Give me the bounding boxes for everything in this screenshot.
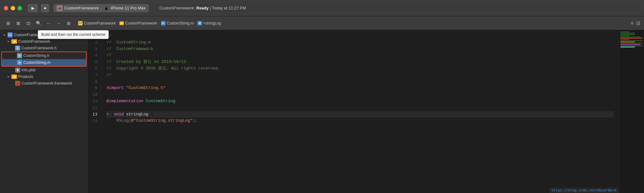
ln-3: 3	[88, 46, 100, 52]
grid-icon[interactable]: ⊞	[64, 19, 73, 28]
maximize-button[interactable]	[18, 6, 22, 10]
code-line-8	[106, 79, 614, 85]
ln-6: 6	[88, 65, 100, 72]
minimap-blank-2	[620, 43, 643, 44]
code-line-6: // Copyright © 2019 曾云. All rights reser…	[106, 65, 614, 72]
status-suffix: | Today at 11:27 PM	[209, 6, 246, 10]
breadcrumb-file-label: CustomString.m	[167, 21, 194, 25]
minimap-line-9	[620, 41, 635, 42]
line-numbers: 1 2 3 4 5 6 7 8 9 10 11 12 13 14	[88, 30, 101, 193]
sidebar-label-framework: CustomFramework.framework	[21, 81, 72, 85]
status-prefix: CustomFramework:	[159, 6, 196, 10]
code-line-9: #import "CustomString.h"	[106, 85, 614, 91]
breadcrumb-folder-label: CustomFramework	[125, 21, 157, 25]
code-line-7: //	[106, 72, 614, 79]
breadcrumb-item-folder[interactable]: 📁 CustomFramework	[119, 21, 157, 25]
code-editor: 1 2 3 4 5 6 7 8 9 10 11 12 13 14 // // C…	[88, 30, 644, 193]
m-icon-customstring: m	[17, 60, 22, 65]
triangle-folder	[6, 40, 10, 43]
breadcrumb-item-method[interactable]: M +stringLog	[198, 21, 221, 25]
code-lines[interactable]: // // CustomString.m // CustomFramework …	[101, 30, 619, 193]
device-icon: 📱	[104, 6, 109, 10]
ln-11: 11	[88, 98, 100, 105]
sidebar-item-info-plist[interactable]: 📋 Info.plist	[0, 67, 88, 74]
breakpoint-icon[interactable]: ⊠	[14, 19, 23, 28]
sidebar-item-products[interactable]: 📁 Products	[0, 74, 88, 80]
scheme-selector[interactable]: 🧰 CustomFramework › 📱 iPhone 11 Pro Max	[54, 4, 149, 12]
main-layout: CF CustomFramework 📁 CustomFramework h C…	[0, 30, 644, 193]
scheme-icon: 🧰	[57, 5, 62, 11]
minimize-button[interactable]	[11, 6, 15, 10]
h-icon-customstring: h	[17, 53, 22, 58]
minimap-blank-3	[620, 45, 643, 46]
run-button[interactable]: ▶	[28, 4, 38, 12]
ln-14: 14	[88, 118, 100, 124]
split-view-icon[interactable]: ⊟	[636, 20, 640, 26]
sidebar-item-customstring-m[interactable]: m CustomString.m	[2, 59, 86, 66]
breadcrumb-item-file[interactable]: m CustomString.m	[161, 21, 194, 25]
device-name: iPhone 11 Pro Max	[111, 6, 146, 10]
code-content: 1 2 3 4 5 6 7 8 9 10 11 12 13 14 // // C…	[88, 30, 644, 193]
h-icon-framework: h	[15, 46, 20, 51]
red-outline-group: h CustomString.h m CustomString.m	[1, 52, 87, 67]
sidebar-label-customframework-h: CustomFramework.h	[21, 46, 56, 50]
code-line-1: //	[106, 33, 614, 39]
ln-2: 2	[88, 39, 100, 46]
forward-icon[interactable]: →	[54, 19, 63, 28]
sidebar-item-framework[interactable]: 🧰 CustomFramework.framework	[0, 80, 88, 87]
code-line-4: //	[106, 52, 614, 59]
window-controls	[4, 6, 22, 10]
folder-icon-products: 📁	[11, 74, 17, 79]
sidebar-label-customstring-m: CustomString.m	[23, 60, 50, 65]
breadcrumb-method-label: +stringLog	[203, 21, 221, 25]
title-bar: ▶ ■ 🧰 CustomFramework › 📱 iPhone 11 Pro …	[0, 0, 644, 16]
minimap-line-5	[620, 36, 641, 37]
code-line-5: // Created by 曾云 on 2019/10/12.	[106, 59, 614, 65]
menu-icon[interactable]: ≡	[631, 20, 634, 26]
minimap-line-2	[620, 33, 635, 34]
scheme-name: CustomFramework	[64, 6, 99, 10]
ln-12: 12	[88, 105, 100, 111]
framework-icon: 🧰	[15, 81, 20, 86]
code-line-2: // CustomString.m	[106, 39, 614, 46]
code-line-12	[106, 105, 614, 111]
minimap-line-1	[620, 31, 629, 32]
status-ready: Ready	[196, 6, 209, 10]
file-navigator: CF CustomFramework 📁 CustomFramework h C…	[0, 30, 88, 193]
code-line-3: // CustomFramework	[106, 46, 614, 52]
ln-5: 5	[88, 59, 100, 65]
close-button[interactable]	[4, 6, 8, 10]
sidebar-label-plist: Info.plist	[21, 68, 36, 72]
sidebar-item-folder[interactable]: 📁 CustomFramework	[0, 38, 88, 45]
sidebar-item-customframework-h[interactable]: h CustomFramework.h	[0, 45, 88, 52]
breadcrumb-framework-label: CustomFramework	[84, 21, 116, 25]
code-line-11: @implementation CustomString	[106, 98, 614, 105]
toolbar-right: ≡ ⊟	[631, 20, 640, 26]
back-icon[interactable]: ←	[44, 19, 53, 28]
minimap-line-13	[620, 47, 635, 47]
ln-10: 10	[88, 91, 100, 98]
minimap-line-6	[620, 38, 643, 39]
sidebar-label-products: Products	[18, 74, 33, 79]
code-line-14: NSLog(@"CustomString.stringLog");	[106, 118, 614, 124]
minimap-line-3	[620, 34, 635, 35]
code-line-13: + (void)stringLog {	[106, 111, 614, 118]
ln-4: 4	[88, 52, 100, 59]
url-bar: https://blog.csdn.net/RoverWord	[549, 188, 619, 193]
breadcrumb: CF CustomFramework › 📁 CustomFramework ›…	[78, 21, 221, 25]
breadcrumb-sep-3: ›	[195, 21, 196, 25]
breadcrumb-item-framework[interactable]: CF CustomFramework	[78, 21, 116, 25]
debug-icon[interactable]: ⊡	[24, 19, 33, 28]
status-bar: CustomFramework: Ready | Today at 11:27 …	[154, 4, 640, 12]
triangle-products	[6, 75, 10, 79]
sidebar-label-customstring-h: CustomString.h	[23, 53, 49, 58]
search-icon[interactable]: 🔍	[34, 19, 43, 28]
minimap-line-4	[620, 35, 629, 36]
chevron-right-icon: ›	[101, 6, 102, 10]
navigator-toggle-icon[interactable]: ⊞	[4, 19, 13, 28]
sidebar-item-customstring-h[interactable]: h CustomString.h	[2, 52, 86, 59]
minimap	[619, 30, 644, 193]
stop-button[interactable]: ■	[41, 4, 49, 12]
project-icon: CF	[8, 32, 13, 37]
ln-9: 9	[88, 85, 100, 91]
